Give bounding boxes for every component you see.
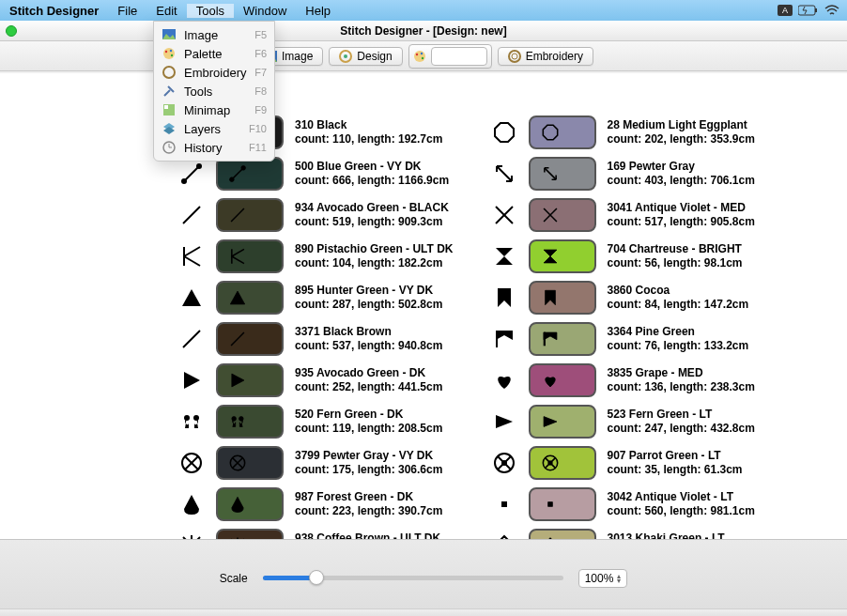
- palette-item[interactable]: 3041 Antique Violet - MEDcount: 517, len…: [491, 195, 755, 235]
- swatch-symbol-icon: [227, 411, 248, 432]
- thread-name: 3013 Khaki Green - LT: [608, 531, 755, 539]
- menu-file[interactable]: File: [108, 4, 146, 18]
- color-swatch[interactable]: [529, 405, 596, 439]
- palette-item[interactable]: 520 Fern Green - DKcount: 119, length: 2…: [178, 402, 454, 441]
- swatch-symbol-icon: [227, 329, 248, 349]
- color-swatch[interactable]: [216, 281, 284, 315]
- scale-slider[interactable]: [263, 576, 563, 580]
- swatch-symbol-icon: [540, 494, 561, 515]
- palette-item-text: 890 Pistachio Green - ULT DKcount: 104, …: [295, 242, 454, 270]
- palette-item-text: 704 Chartreuse - BRIGHTcount: 56, length…: [608, 242, 743, 270]
- palette-item[interactable]: 3860 Cocoacount: 84, length: 147.2cm: [491, 278, 755, 317]
- svg-line-59: [497, 166, 512, 181]
- main-toolbar: Image Design Embroidery: [0, 41, 847, 71]
- menu-edit[interactable]: Edit: [146, 4, 186, 18]
- scale-bar: Scale 100% ▴▾: [0, 539, 847, 616]
- thread-stats: count: 560, length: 981.1cm: [608, 504, 755, 518]
- palette-item[interactable]: 169 Pewter Graycount: 403, length: 706.1…: [491, 154, 755, 193]
- tools-dropdown-menu: ImageF5PaletteF6EmbroideryF7ToolsF8Minim…: [153, 21, 275, 162]
- palette-item[interactable]: 890 Pistachio Green - ULT DKcount: 104, …: [178, 237, 454, 276]
- thread-stats: count: 517, length: 905.8cm: [608, 215, 755, 229]
- color-swatch[interactable]: [529, 239, 596, 273]
- svg-point-17: [170, 50, 172, 52]
- palette-item[interactable]: 704 Chartreuse - BRIGHTcount: 56, length…: [491, 237, 755, 276]
- scale-slider-thumb[interactable]: [309, 570, 324, 585]
- palette-item[interactable]: 934 Avocado Green - BLACKcount: 519, len…: [178, 195, 454, 235]
- palette-item[interactable]: 938 Coffee Brown - ULT DKcount: 43, leng…: [178, 526, 454, 539]
- palette-item[interactable]: 987 Forest Green - DKcount: 223, length:…: [178, 485, 454, 524]
- color-swatch[interactable]: [216, 322, 284, 356]
- palette-item-text: 3860 Cocoacount: 84, length: 147.2cm: [608, 284, 749, 312]
- palette-item[interactable]: 3013 Khaki Green - LTcount: 183, length:…: [491, 526, 755, 539]
- thread-name: 3860 Cocoa: [608, 284, 749, 298]
- palette-item[interactable]: 28 Medium Light Eggplantcount: 202, leng…: [491, 113, 755, 152]
- symbol-star-icon: [178, 532, 205, 539]
- palette-item[interactable]: 3042 Antique Violet - LTcount: 560, leng…: [491, 485, 755, 524]
- menu-item-tools[interactable]: ToolsF8: [154, 82, 274, 100]
- swatch-symbol-icon: [540, 370, 561, 391]
- design-icon: [339, 50, 352, 63]
- palette-item-text: 3364 Pine Greencount: 76, length: 133.2c…: [608, 325, 749, 353]
- menu-item-history[interactable]: HistoryF11: [154, 138, 274, 157]
- menu-help[interactable]: Help: [296, 4, 340, 18]
- color-swatch[interactable]: [529, 363, 596, 397]
- color-swatch[interactable]: [529, 446, 596, 480]
- menu-item-image[interactable]: ImageF5: [154, 25, 274, 44]
- color-swatch[interactable]: [529, 198, 596, 232]
- color-swatch[interactable]: [529, 116, 596, 149]
- menu-item-minimap[interactable]: MinimapF9: [154, 100, 274, 119]
- color-swatch[interactable]: [216, 157, 284, 191]
- color-swatch[interactable]: [529, 487, 596, 521]
- swatch-symbol-icon: [227, 287, 248, 308]
- toolbar-embroidery-button[interactable]: Embroidery: [498, 47, 593, 66]
- palette-item-text: 500 Blue Green - VY DKcount: 666, length…: [295, 160, 449, 188]
- color-swatch[interactable]: [529, 529, 596, 539]
- svg-point-41: [184, 415, 190, 421]
- palette-item[interactable]: 935 Avocado Green - DKcount: 252, length…: [178, 361, 454, 400]
- color-swatch[interactable]: [216, 363, 284, 397]
- palette-item[interactable]: 3371 Black Browncount: 537, length: 940.…: [178, 319, 454, 359]
- thread-stats: count: 287, length: 502.8cm: [295, 298, 442, 312]
- menu-item-layers[interactable]: LayersF10: [154, 119, 274, 138]
- palette-item[interactable]: 3364 Pine Greencount: 76, length: 133.2c…: [491, 319, 755, 359]
- color-swatch[interactable]: [216, 529, 284, 539]
- color-swatch[interactable]: [529, 322, 596, 356]
- thread-name: 3041 Antique Violet - MED: [608, 201, 755, 215]
- scale-stepper[interactable]: ▴▾: [617, 574, 621, 583]
- menu-tools[interactable]: Tools: [187, 4, 234, 18]
- svg-point-7: [344, 54, 347, 58]
- palette-item[interactable]: 523 Fern Green - LTcount: 247, length: 4…: [491, 402, 755, 441]
- color-swatch[interactable]: [529, 157, 596, 191]
- thread-stats: count: 247, length: 432.8cm: [608, 422, 755, 436]
- menu-item-embroidery[interactable]: EmbroideryF7: [154, 63, 274, 82]
- palette-item[interactable]: 907 Parrot Green - LTcount: 35, length: …: [491, 443, 755, 483]
- palette-item[interactable]: 895 Hunter Green - VY DKcount: 287, leng…: [178, 278, 454, 317]
- traffic-light-green[interactable]: [6, 25, 17, 37]
- thread-stats: count: 223, length: 390.7cm: [295, 504, 442, 518]
- toolbar-color-input[interactable]: [431, 47, 487, 66]
- color-swatch[interactable]: [216, 446, 284, 480]
- svg-point-19: [163, 67, 175, 78]
- svg-line-39: [183, 331, 200, 347]
- toolbar-color-button[interactable]: [408, 44, 492, 69]
- thread-stats: count: 252, length: 441.5cm: [295, 380, 442, 394]
- swatch-symbol-icon: [540, 287, 561, 308]
- symbol-diamondx-icon: [491, 532, 517, 539]
- thread-name: 3835 Grape - MED: [608, 366, 755, 380]
- menu-item-palette[interactable]: PaletteF6: [154, 44, 274, 63]
- scale-value-box[interactable]: 100% ▴▾: [578, 569, 628, 588]
- palette-item[interactable]: 3799 Pewter Gray - VY DKcount: 175, leng…: [178, 443, 454, 483]
- color-swatch[interactable]: [216, 487, 284, 521]
- color-swatch[interactable]: [216, 198, 284, 232]
- svg-point-44: [239, 417, 244, 422]
- thread-name: 938 Coffee Brown - ULT DK: [295, 531, 440, 539]
- menu-window[interactable]: Window: [234, 4, 296, 18]
- toolbar-design-button[interactable]: Design: [329, 47, 402, 66]
- color-swatch[interactable]: [529, 281, 596, 315]
- toolbar-embroidery-label: Embroidery: [526, 50, 583, 63]
- svg-rect-3: [815, 8, 817, 12]
- palette-item[interactable]: 3835 Grape - MEDcount: 136, length: 238.…: [491, 361, 755, 400]
- swatch-symbol-icon: [227, 246, 248, 267]
- color-swatch[interactable]: [216, 405, 284, 439]
- color-swatch[interactable]: [216, 239, 284, 273]
